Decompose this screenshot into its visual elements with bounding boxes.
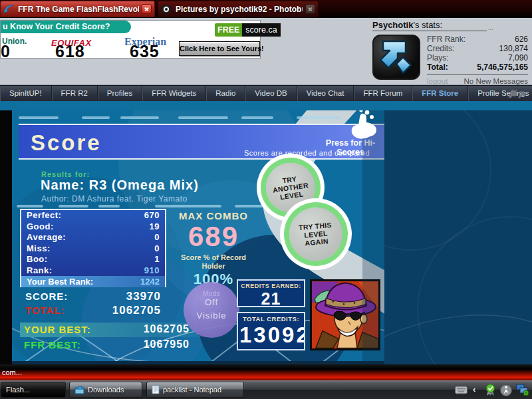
- score-title: Score: [31, 130, 102, 156]
- mods-line-visible: Visible: [184, 311, 239, 321]
- total-credits-value: 13092: [239, 323, 304, 348]
- hand-press-icon: [346, 110, 380, 140]
- status-url-text: com...: [2, 368, 22, 376]
- credit-score-ad[interactable]: u Know Your Credit Score? Union. 0 EQUIF…: [0, 20, 261, 59]
- tab-title: FFR The Game FlashFlashRevoluti...: [18, 5, 139, 14]
- judgment-row: Boo:1: [21, 254, 165, 265]
- decor-dash: [297, 116, 340, 119]
- judgment-row: Average:0: [21, 232, 165, 243]
- ad-cta-button[interactable]: Click Here to See Yours!: [179, 41, 260, 56]
- nav-ffr-widgets[interactable]: FFR Widgets: [142, 86, 206, 101]
- network-tray-icon[interactable]: [516, 384, 529, 396]
- record-pct-label: Score % of Record Holder: [170, 253, 257, 271]
- page-blue-strip: [0, 101, 532, 110]
- notepad-icon: [152, 385, 160, 394]
- freescore-logo: FREEscore.ca: [215, 23, 281, 37]
- ffr-best-value: 1067950: [108, 338, 190, 350]
- photobucket-favicon-icon: [161, 4, 172, 15]
- decor-dash: [178, 116, 228, 119]
- judgment-row: Good:19: [21, 221, 165, 233]
- decor-dash: [235, 205, 268, 207]
- close-tab-icon[interactable]: [305, 4, 315, 14]
- bureau-experian-score: 635: [130, 42, 160, 61]
- stats-title-suffix: 's stats:: [413, 20, 442, 30]
- total-credits-label: TOTAL CREDITS:: [238, 315, 304, 323]
- stats-username: Psychotik: [372, 20, 413, 30]
- folder-icon: [74, 386, 84, 394]
- taskbar-flash-window[interactable]: Flash...: [1, 382, 66, 398]
- decor-dash: [155, 205, 221, 207]
- tab-title: Pictures by psychotik92 - Photobuc...: [176, 5, 303, 14]
- decor-dash: [59, 205, 88, 207]
- ffr-best-label: FFR BEST:: [24, 339, 81, 350]
- decor-dash: [120, 116, 159, 119]
- nav-ffr-store[interactable]: FFR Store: [412, 86, 468, 101]
- nav-radio[interactable]: Radio: [206, 86, 245, 101]
- credits-earned-value: 21: [238, 289, 304, 307]
- ad-headline: u Know Your Credit Score?: [1, 21, 131, 33]
- bureau-transunion-score: 0: [1, 42, 11, 61]
- decor-dash: [98, 205, 120, 207]
- messages-status: No New Messages: [464, 77, 528, 85]
- max-combo-block: MAX COMBO 689 Score % of Record Holder 1…: [170, 210, 257, 288]
- nav-video-db[interactable]: Video DB: [245, 86, 297, 101]
- credits-earned-box: CREDITS EARNED: 21: [237, 279, 305, 307]
- stats-rows: FFR Rank:626 Credits:130,874 Plays:7,090…: [427, 35, 528, 72]
- credits-earned-label: CREDITS EARNED:: [238, 283, 304, 289]
- decor-dash: [17, 205, 43, 207]
- security-badge-tray-icon[interactable]: [485, 384, 496, 396]
- nav-ffr-r2[interactable]: FFR R2: [52, 86, 98, 101]
- freescore-logo-free: FREE: [215, 23, 242, 37]
- aim-tray-icon[interactable]: [500, 384, 512, 396]
- total-value: 1062705: [80, 304, 161, 317]
- os-taskbar: Flash... Downloads packlist - Notepad ‹: [0, 380, 532, 399]
- browser-status-bar: com...: [0, 364, 532, 380]
- judgment-row: Rank:910: [21, 265, 165, 277]
- stats-title: Psychotik's stats:: [372, 20, 487, 31]
- stats-row: Credits:130,874: [427, 44, 528, 53]
- keyboard-tray-icon[interactable]: [455, 386, 467, 394]
- score-label: SCORE:: [25, 291, 68, 302]
- stats-row: Total:5,746,575,165: [427, 63, 528, 72]
- logout-link[interactable]: logout: [427, 77, 448, 85]
- nav-spinitup[interactable]: SpinItUP!: [0, 86, 52, 101]
- tab-photobucket[interactable]: Pictures by psychotik92 - Photobuc...: [158, 1, 319, 17]
- mods-title: Mods: [184, 290, 239, 297]
- mods-circle[interactable]: Mods Off Visible: [184, 282, 239, 338]
- flash-right-shade: [362, 110, 384, 364]
- taskbar-downloads-window[interactable]: Downloads: [69, 382, 142, 398]
- user-stats-panel: Psychotik's stats: ... FFR Rank:626 Cred…: [371, 19, 531, 82]
- song-author: Author: DM Ashura feat. Tiger Yamato: [41, 194, 188, 203]
- score-value: 33970: [80, 290, 161, 303]
- max-combo-label: MAX COMBO: [170, 210, 257, 221]
- nav-profiles[interactable]: Profiles: [98, 86, 142, 101]
- best-rank-row: Your Best Rank:1242: [21, 276, 165, 287]
- taskbar-notepad-window[interactable]: packlist - Notepad: [146, 382, 244, 398]
- total-credits-box: TOTAL CREDITS: 13092: [237, 312, 305, 350]
- stats-footer: logout No New Messages: [427, 74, 528, 85]
- song-name: Name: R3 (Omega Mix): [41, 178, 199, 193]
- background-curves: [384, 110, 532, 364]
- decor-dash: [82, 116, 110, 119]
- decor-dash: [241, 116, 273, 119]
- max-combo-value: 689: [170, 221, 257, 252]
- tab-ffr-game[interactable]: FFR The Game FlashFlashRevoluti...: [0, 1, 155, 17]
- flash-game-area[interactable]: Score Scores are recorded and compared P…: [12, 110, 384, 364]
- judgment-row: Miss:0: [21, 243, 165, 255]
- stats-title-dots: ...: [488, 25, 493, 31]
- page-left-margin: [0, 110, 12, 364]
- close-tab-icon[interactable]: [142, 4, 152, 14]
- judgment-row: Perfect:670: [21, 210, 165, 221]
- browser-tab-bar: FFR The Game FlashFlashRevoluti... Pictu…: [0, 0, 532, 18]
- site-nav-bar: SpinItUP! FFR R2 Profiles FFR Widgets Ra…: [0, 85, 532, 101]
- nav-ffr-forum[interactable]: FFR Forum: [354, 86, 412, 101]
- ffr-favicon-icon: [3, 4, 14, 15]
- ffr-logo-icon: [372, 35, 420, 80]
- nav-video-chat[interactable]: Video Chat: [297, 86, 354, 101]
- stats-row: FFR Rank:626: [427, 35, 528, 44]
- your-best-value: 1062705: [108, 323, 190, 335]
- tray-expand-chevron-icon[interactable]: ‹: [473, 384, 475, 394]
- freescore-logo-domain: score.ca: [242, 23, 280, 37]
- bureau-equifax-score: 618: [55, 42, 85, 61]
- browser-header-area: u Know Your Credit Score? Union. 0 EQUIF…: [0, 18, 532, 85]
